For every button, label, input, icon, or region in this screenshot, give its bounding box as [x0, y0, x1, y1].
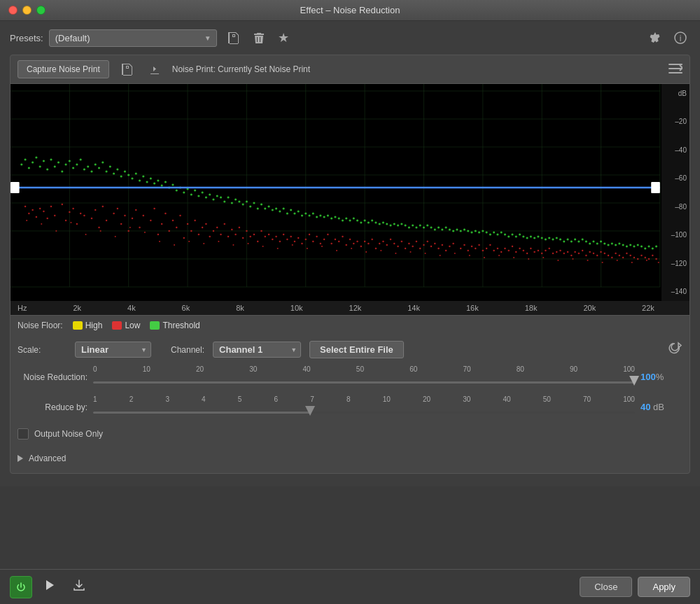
- select-entire-file-button[interactable]: Select Entire File: [309, 341, 404, 358]
- noise-print-menu-button[interactable]: [668, 64, 682, 76]
- presets-row: Presets: (Default) ★ i: [10, 28, 690, 48]
- svg-point-227: [542, 257, 544, 258]
- load-noise-print-button[interactable]: [116, 60, 137, 78]
- delete-preset-button[interactable]: [249, 29, 269, 46]
- channel-select[interactable]: Channel 1 Channel 2 Both Channels: [213, 342, 301, 358]
- svg-point-235: [658, 262, 659, 263]
- toggle-settings-button[interactable]: [645, 29, 665, 46]
- output-noise-only-row: Output Noise Only: [18, 426, 682, 442]
- close-button[interactable]: Close: [580, 577, 632, 597]
- svg-rect-411: [651, 182, 660, 193]
- svg-point-159: [538, 250, 540, 251]
- svg-point-105: [335, 239, 337, 240]
- svg-point-280: [183, 192, 185, 194]
- svg-point-35: [65, 220, 67, 221]
- svg-point-325: [349, 220, 351, 222]
- svg-point-361: [482, 230, 484, 232]
- svg-point-366: [500, 232, 503, 234]
- svg-point-331: [371, 220, 373, 222]
- save-noise-print-button[interactable]: [144, 60, 165, 78]
- svg-point-125: [408, 243, 410, 244]
- svg-point-108: [345, 244, 347, 246]
- svg-point-26: [28, 213, 30, 214]
- capture-noise-print-button[interactable]: Capture Noise Print: [18, 60, 109, 78]
- reset-button[interactable]: [668, 341, 682, 358]
- svg-point-324: [345, 218, 347, 220]
- svg-point-390: [589, 243, 591, 245]
- svg-point-224: [498, 255, 500, 256]
- power-button[interactable]: [10, 576, 32, 598]
- bottom-right-buttons: Close Apply: [580, 577, 690, 597]
- svg-text:i: i: [680, 34, 682, 43]
- svg-point-141: [471, 246, 473, 247]
- svg-point-174: [593, 253, 595, 254]
- export-button[interactable]: [67, 576, 91, 598]
- noise-reduction-thumb[interactable]: [629, 376, 639, 386]
- reduce-by-thumb[interactable]: [305, 406, 315, 416]
- svg-point-259: [105, 171, 107, 173]
- svg-point-248: [64, 164, 66, 166]
- svg-point-314: [308, 215, 310, 217]
- noise-reduction-ticks: 0 10 20 30 40 50 60 70 80 90 100: [93, 365, 635, 373]
- svg-point-308: [286, 213, 288, 215]
- svg-point-47: [117, 208, 119, 209]
- low-swatch: [112, 321, 122, 330]
- chart-area: dB –20 –40 –60 –80 –100 –120 –140: [10, 84, 690, 301]
- svg-point-260: [109, 166, 111, 168]
- star-icon: ★: [278, 30, 289, 45]
- svg-point-368: [507, 236, 510, 238]
- x-label-10k: 10k: [290, 304, 303, 312]
- svg-point-218: [410, 251, 411, 253]
- svg-point-114: [368, 243, 370, 244]
- advanced-row[interactable]: Advanced: [18, 449, 682, 468]
- svg-point-225: [513, 257, 514, 258]
- svg-point-202: [174, 244, 175, 246]
- svg-point-319: [327, 215, 329, 217]
- y-label-80: –80: [664, 203, 687, 211]
- svg-point-39: [80, 213, 82, 214]
- svg-point-45: [106, 220, 108, 221]
- favorite-preset-button[interactable]: ★: [274, 28, 293, 48]
- play-button[interactable]: [39, 577, 60, 597]
- svg-point-355: [460, 230, 462, 232]
- scale-dropdown-wrapper[interactable]: Linear Logarithmic: [75, 342, 151, 358]
- info-button[interactable]: i: [671, 29, 690, 46]
- svg-point-221: [454, 253, 456, 254]
- svg-point-393: [600, 241, 602, 243]
- svg-point-318: [323, 216, 326, 218]
- svg-point-256: [94, 164, 97, 166]
- legend-high-label: High: [85, 321, 103, 330]
- svg-point-78: [234, 234, 237, 235]
- svg-point-180: [615, 253, 617, 254]
- svg-point-206: [232, 244, 234, 246]
- output-noise-only-checkbox[interactable]: [18, 428, 29, 440]
- svg-point-110: [353, 243, 355, 244]
- svg-point-400: [626, 246, 628, 248]
- svg-point-198: [115, 236, 116, 237]
- x-label-20k: 20k: [583, 304, 596, 312]
- svg-point-155: [523, 250, 525, 251]
- close-window-button[interactable]: [8, 6, 18, 15]
- svg-point-255: [90, 171, 92, 173]
- y-label-20: –20: [664, 118, 687, 125]
- svg-point-152: [512, 246, 514, 247]
- svg-point-34: [62, 204, 64, 205]
- svg-point-341: [408, 227, 410, 229]
- presets-dropdown-wrapper[interactable]: (Default): [49, 29, 217, 47]
- svg-point-271: [150, 178, 152, 180]
- minimize-window-button[interactable]: [22, 6, 31, 15]
- svg-point-121: [393, 243, 396, 244]
- svg-point-335: [386, 223, 388, 225]
- svg-point-316: [316, 216, 318, 218]
- svg-point-50: [127, 230, 130, 232]
- maximize-window-button[interactable]: [36, 6, 46, 15]
- scale-select[interactable]: Linear Logarithmic: [75, 342, 151, 358]
- svg-point-120: [390, 239, 392, 240]
- apply-button[interactable]: Apply: [638, 577, 690, 597]
- svg-point-149: [500, 251, 503, 253]
- svg-point-268: [139, 180, 141, 182]
- save-preset-button[interactable]: [223, 29, 244, 47]
- svg-point-346: [426, 225, 428, 227]
- channel-dropdown-wrapper[interactable]: Channel 1 Channel 2 Both Channels: [213, 342, 301, 358]
- presets-select[interactable]: (Default): [49, 29, 217, 47]
